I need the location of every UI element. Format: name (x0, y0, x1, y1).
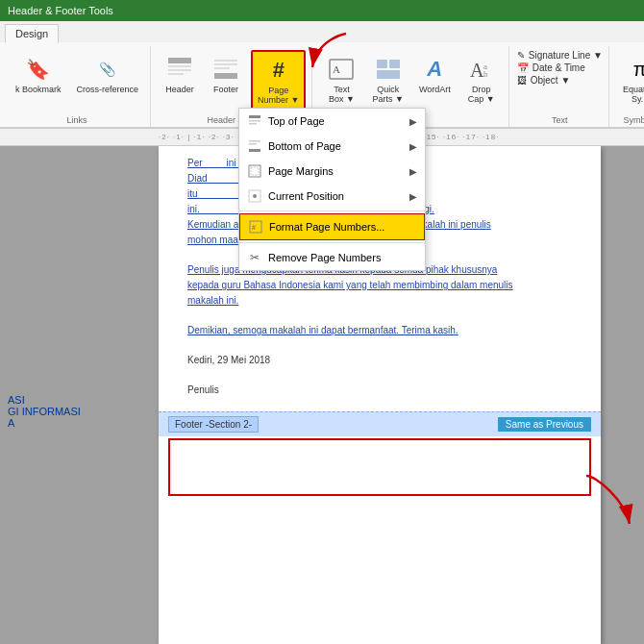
page-margins-item[interactable]: Page Margins ▶ (239, 159, 425, 184)
footer-edit-area[interactable] (168, 438, 591, 496)
textbox-button[interactable]: A TextBox ▼ (320, 50, 362, 108)
title-bar-label: Header & Footer Tools (8, 5, 113, 16)
links-group-label: Links (67, 113, 87, 125)
page-margins-icon (247, 163, 262, 179)
footer-button[interactable]: Footer (205, 50, 247, 98)
ribbon-group-text: ✎ Signature Line ▼ 📅 Date & Time 🖼 Objec… (511, 46, 609, 127)
bottom-of-page-item[interactable]: Bottom of Page ▶ (239, 134, 425, 159)
page-number-dropdown: Top of Page ▶ Bottom of Page ▶ Page Marg… (238, 108, 426, 271)
header-icon (164, 54, 195, 85)
svg-text:#: # (252, 224, 256, 231)
top-of-page-item[interactable]: Top of Page ▶ (239, 109, 425, 134)
bottom-of-page-label: Bottom of Page (268, 140, 341, 152)
format-page-numbers-item[interactable]: # Format Page Numbers... (239, 213, 425, 240)
svg-rect-4 (214, 60, 237, 62)
svg-rect-21 (249, 149, 260, 152)
text-group-label: Text (552, 113, 568, 125)
object-icon: 🖼 (517, 75, 527, 86)
footer-icon (211, 54, 241, 85)
svg-text:A: A (470, 60, 484, 81)
title-bar: Header & Footer Tools (0, 0, 644, 21)
remove-page-numbers-label: Remove Page Numbers (268, 252, 381, 263)
current-position-item[interactable]: Current Position ▶ (239, 184, 425, 209)
equation-button[interactable]: π EquationSy... (617, 50, 644, 108)
current-position-arrow: ▶ (409, 191, 417, 202)
format-page-numbers-icon: # (248, 219, 263, 235)
doc-date: Kediri, 29 Mei 2018 (187, 353, 572, 368)
top-of-page-label: Top of Page (268, 115, 325, 127)
svg-rect-7 (214, 73, 237, 79)
ribbon-group-symbols: π EquationSy... Symbols (611, 46, 644, 127)
drop-cap-icon: Aab (466, 54, 497, 85)
object-label: Object ▼ (531, 75, 571, 86)
bottom-of-page-arrow: ▶ (409, 141, 417, 152)
svg-rect-18 (249, 123, 257, 125)
signature-line-button[interactable]: ✎ Signature Line ▼ (517, 50, 603, 61)
format-page-numbers-label: Format Page Numbers... (269, 221, 384, 233)
svg-rect-3 (168, 73, 184, 75)
bottom-of-page-icon (247, 138, 262, 154)
page-margins-arrow: ▶ (409, 166, 417, 177)
page-margins-label: Page Margins (268, 165, 334, 177)
wordart-button[interactable]: A WordArt (413, 50, 457, 98)
svg-rect-16 (249, 115, 260, 118)
svg-text:b: b (483, 69, 488, 79)
ribbon-group-links: 🔖 k Bookmark 📎 Cross-reference Links (4, 46, 151, 127)
remove-page-numbers-icon: ✂ (247, 250, 262, 265)
svg-rect-11 (389, 60, 400, 68)
top-of-page-icon (247, 113, 262, 129)
drop-cap-button[interactable]: Aab DropCap ▼ (460, 50, 503, 108)
symbols-group-label: Symbols (623, 113, 644, 125)
svg-rect-2 (168, 69, 191, 71)
bookmark-icon: 🔖 (23, 54, 54, 85)
svg-rect-19 (249, 140, 260, 142)
equation-icon: π (625, 54, 644, 85)
cross-reference-icon: 📎 (92, 54, 123, 85)
svg-rect-17 (249, 120, 260, 122)
dropdown-divider-1 (239, 211, 425, 211)
left-panel-line2: GI INFORMASI (8, 406, 151, 417)
right-panel (601, 146, 644, 644)
svg-text:A: A (333, 63, 340, 75)
signature-line-icon: ✎ (517, 50, 525, 61)
doc-para-10: Demikian, semoga makalah ini dapat berma… (187, 323, 572, 338)
ribbon-tab-design[interactable]: Design (5, 24, 59, 43)
svg-rect-0 (168, 58, 191, 63)
footer-section-label: Footer -Section 2- (168, 416, 259, 433)
svg-rect-6 (214, 67, 230, 69)
dropdown-divider-2 (239, 242, 425, 243)
svg-rect-12 (377, 70, 400, 79)
svg-rect-5 (214, 63, 237, 65)
left-panel-line1: ASI (8, 394, 151, 406)
svg-rect-23 (251, 167, 259, 175)
svg-point-25 (253, 194, 257, 198)
cross-reference-button[interactable]: 📎 Cross-reference (71, 50, 145, 98)
doc-para-9: makalah ini. (187, 293, 572, 309)
doc-para-8: kepada guru Bahasa Indonesia kami yang t… (187, 278, 572, 293)
left-panel: ASI GI INFORMASI A (0, 146, 159, 644)
textbox-icon: A (326, 54, 357, 85)
document-footer: Footer -Section 2- Same as Previous (159, 411, 601, 436)
svg-rect-1 (168, 65, 191, 67)
current-position-icon (247, 188, 262, 204)
same-as-previous-button[interactable]: Same as Previous (498, 417, 591, 432)
current-position-label: Current Position (268, 190, 344, 202)
object-button[interactable]: 🖼 Object ▼ (517, 75, 571, 86)
top-of-page-arrow: ▶ (409, 116, 417, 127)
left-panel-line3: A (8, 417, 151, 429)
date-time-icon: 📅 (517, 62, 529, 73)
date-time-button[interactable]: 📅 Date & Time (517, 62, 585, 73)
remove-page-numbers-item[interactable]: ✂ Remove Page Numbers (239, 245, 425, 270)
svg-rect-20 (249, 143, 257, 145)
quick-parts-icon (373, 54, 404, 85)
quick-parts-button[interactable]: QuickParts ▼ (366, 50, 409, 108)
bookmark-button[interactable]: 🔖 k Bookmark (10, 50, 67, 98)
doc-author: Penulis (187, 383, 572, 398)
header-button[interactable]: Header (159, 50, 201, 98)
ribbon-tab-bar: Design (0, 21, 644, 42)
signature-line-label: Signature Line ▼ (529, 50, 603, 61)
page-number-button[interactable]: # PageNumber ▼ (251, 50, 306, 110)
wordart-icon: A (419, 54, 450, 85)
page-number-icon: # (263, 55, 294, 86)
date-time-label: Date & Time (533, 62, 585, 73)
